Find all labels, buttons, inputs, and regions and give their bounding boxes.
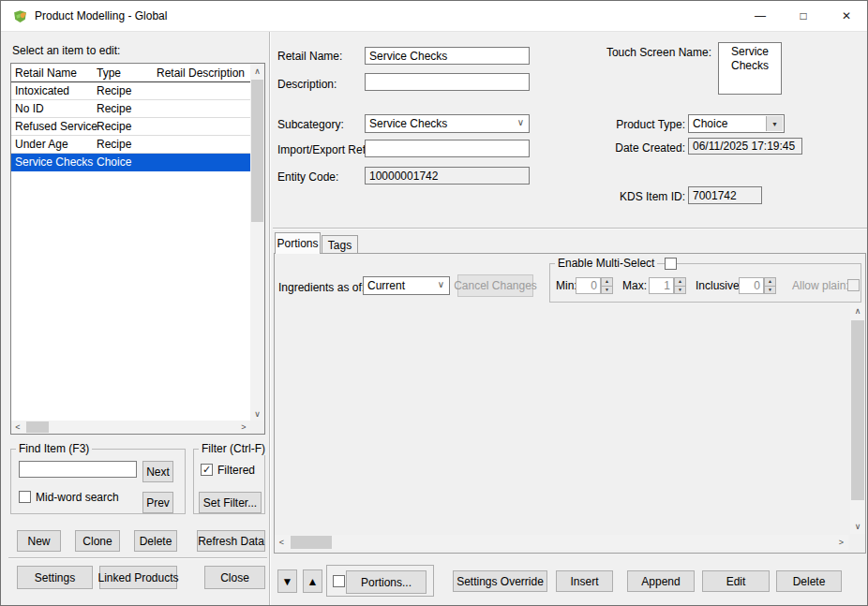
maximize-icon[interactable]: □: [782, 1, 825, 30]
min-spinner[interactable]: 0 ▲▼: [576, 277, 613, 294]
clone-button[interactable]: Clone: [75, 530, 120, 552]
description-input[interactable]: [365, 73, 530, 91]
retail-name-label: Retail Name:: [277, 50, 342, 63]
append-button[interactable]: Append: [627, 570, 695, 592]
column-type[interactable]: Type: [95, 67, 157, 80]
scroll-up-icon[interactable]: ∧: [850, 303, 865, 318]
enable-multi-select-title: Enable Multi-Select: [555, 257, 657, 270]
scroll-left-icon[interactable]: <: [275, 535, 289, 550]
max-spinner[interactable]: 1 ▲▼: [649, 277, 686, 294]
max-label: Max:: [622, 279, 647, 292]
scroll-corner: [250, 421, 264, 434]
list-hscrollbar[interactable]: < >: [11, 421, 250, 434]
form-divider: [273, 228, 867, 229]
settings-override-button[interactable]: Settings Override: [453, 570, 547, 592]
filtered-checkbox[interactable]: ✓: [201, 464, 213, 476]
entity-code-field: 10000001742: [365, 167, 530, 185]
item-list: Retail Name Type Retail Description Into…: [10, 63, 265, 435]
delete-button[interactable]: Delete: [776, 570, 842, 592]
close-icon[interactable]: ✕: [825, 1, 868, 30]
new-button[interactable]: New: [17, 530, 61, 552]
list-item[interactable]: Intoxicated Recipe: [11, 82, 250, 100]
close-button[interactable]: Close: [204, 566, 265, 589]
import-export-input[interactable]: [365, 140, 530, 157]
portions-button-group: Portions...: [326, 565, 434, 597]
portions-button[interactable]: Portions...: [346, 570, 427, 594]
find-item-title: Find Item (F3): [16, 442, 92, 455]
panel-divider-vertical: [269, 32, 271, 605]
grid-hscrollbar[interactable]: < >: [275, 535, 848, 550]
settings-button[interactable]: Settings: [17, 566, 93, 589]
grid-vscrollbar[interactable]: ∧ ∨: [850, 303, 865, 534]
touch-screen-name-input[interactable]: Service Checks: [718, 42, 782, 95]
edit-button[interactable]: Edit: [702, 570, 770, 592]
left-footer-divider: [8, 557, 267, 559]
scroll-down-icon[interactable]: ∨: [850, 519, 865, 534]
scroll-left-icon[interactable]: <: [11, 421, 24, 434]
ingredients-as-of-dropdown[interactable]: Current ∨: [363, 276, 450, 295]
find-item-group: Find Item (F3) Next Mid-word search Prev: [10, 449, 186, 514]
move-up-button[interactable]: ▲: [303, 569, 322, 593]
product-modelling-window: Product Modelling - Global — □ ✕ Select …: [0, 0, 868, 606]
product-type-dropdown[interactable]: Choice ▼: [688, 114, 785, 133]
dropdown-arrow-icon[interactable]: ▼: [766, 116, 783, 131]
tab-tags[interactable]: Tags: [322, 235, 358, 254]
move-down-button[interactable]: ▼: [277, 569, 297, 593]
allow-plain-label: Allow plain:: [792, 279, 849, 292]
minimize-icon[interactable]: —: [739, 1, 782, 30]
list-vscrollbar[interactable]: ∧ ∨: [250, 64, 264, 421]
column-retail-name[interactable]: Retail Name: [11, 67, 95, 80]
list-item-selected[interactable]: Service Checks Choice: [11, 154, 250, 171]
spin-down-icon: ▼: [764, 287, 776, 295]
list-item[interactable]: Refused Service Recipe: [11, 118, 250, 136]
spin-up-icon: ▲: [674, 277, 686, 287]
list-item[interactable]: Under Age Recipe: [11, 136, 250, 154]
scroll-up-icon[interactable]: ∧: [250, 64, 264, 78]
move-up-icon: ▲: [307, 575, 319, 588]
scroll-thumb[interactable]: [851, 320, 864, 500]
midword-checkbox[interactable]: [19, 491, 31, 503]
filter-title: Filter (Ctrl-F): [199, 442, 268, 455]
touch-screen-name-label: Touch Screen Name:: [601, 46, 711, 59]
find-input[interactable]: [19, 461, 137, 478]
insert-button[interactable]: Insert: [556, 570, 613, 592]
scroll-right-icon[interactable]: >: [834, 535, 848, 550]
item-list-header: Retail Name Type Retail Description: [11, 64, 250, 82]
midword-label: Mid-word search: [36, 491, 119, 504]
list-item[interactable]: No ID Recipe: [11, 100, 250, 118]
kds-item-id-field: 7001742: [688, 186, 762, 204]
cancel-changes-button[interactable]: Cancel Changes: [457, 274, 533, 297]
date-created-label: Date Created:: [610, 141, 685, 155]
allow-plain-checkbox[interactable]: [847, 279, 860, 291]
spin-up-icon: ▲: [764, 277, 776, 287]
delete-item-button[interactable]: Delete: [134, 530, 177, 552]
scroll-thumb[interactable]: [26, 421, 49, 433]
column-retail-description[interactable]: Retail Description: [157, 67, 250, 80]
filtered-label: Filtered: [217, 464, 255, 477]
title-bar: Product Modelling - Global — □ ✕: [1, 1, 867, 32]
move-down-icon: ▼: [282, 575, 293, 588]
chevron-down-icon: ∨: [438, 279, 444, 289]
set-filter-button[interactable]: Set Filter...: [199, 492, 262, 513]
subcategory-label: Subcategory:: [277, 118, 344, 131]
inclusive-spinner[interactable]: 0 ▲▼: [739, 277, 776, 294]
enable-multi-select-checkbox[interactable]: [665, 258, 677, 270]
scroll-thumb[interactable]: [291, 536, 332, 549]
select-item-label: Select an item to edit:: [12, 44, 120, 57]
ingredients-as-of-label: Ingredients as of:: [278, 281, 365, 294]
subcategory-dropdown[interactable]: Service Checks ∨: [365, 114, 530, 133]
entity-code-label: Entity Code:: [277, 170, 338, 184]
min-label: Min:: [556, 279, 577, 292]
portions-checkbox[interactable]: [333, 575, 345, 587]
scroll-down-icon[interactable]: ∨: [250, 406, 264, 421]
next-button[interactable]: Next: [142, 461, 173, 482]
description-label: Description:: [277, 78, 337, 91]
refresh-data-button[interactable]: Refresh Data: [197, 530, 265, 552]
prev-button[interactable]: Prev: [142, 492, 173, 513]
scroll-right-icon[interactable]: >: [237, 421, 250, 434]
scroll-thumb[interactable]: [251, 80, 263, 222]
spin-down-icon: ▼: [674, 287, 686, 295]
retail-name-input[interactable]: Service Checks: [365, 47, 530, 65]
tab-portions[interactable]: Portions: [275, 232, 321, 254]
linked-products-button[interactable]: Linked Products: [99, 566, 177, 589]
